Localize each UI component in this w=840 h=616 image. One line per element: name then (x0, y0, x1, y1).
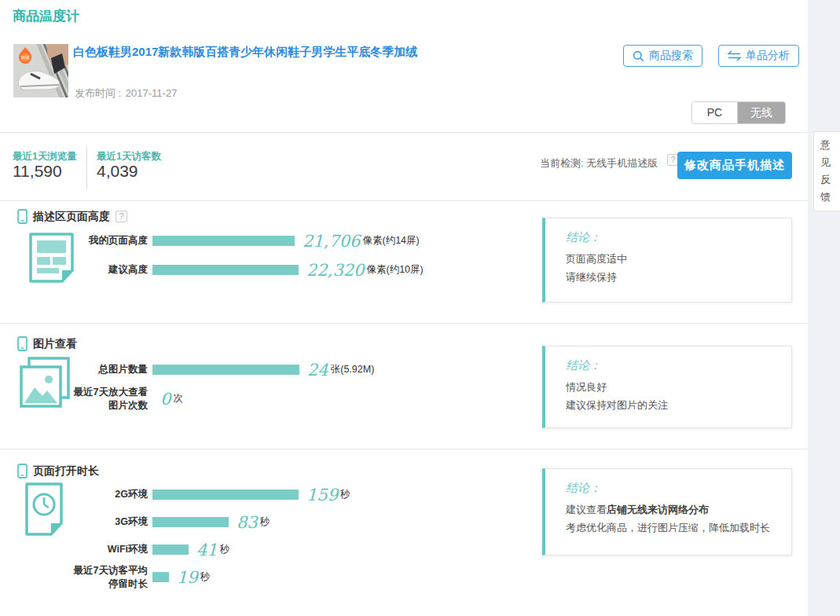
conclusion-box: 结论： 页面高度适中 请继续保持 (542, 218, 792, 302)
bar-label: 最近7天访客平均停留时长 (68, 564, 148, 591)
bar-value: 24 (307, 361, 328, 380)
bar-unit: 秒 (200, 570, 211, 584)
page-title: 商品温度计 (13, 7, 79, 25)
badge-text: 加绒 (21, 55, 31, 60)
conclusion-line: 考虑优化商品，进行图片压缩，降低加载时长 (566, 519, 776, 537)
phone-icon (17, 464, 28, 478)
section-title: 页面打开时长 (33, 464, 99, 478)
conclusion-text: 建议查看 (566, 504, 607, 515)
toggle-pc[interactable]: PC (692, 102, 738, 123)
conclusion-box: 结论： 情况良好 建议保持对图片的关注 (542, 346, 792, 428)
bar-row: 3G环境 83 秒 (68, 508, 484, 536)
conclusion-line: 建议查看店铺无线来访网络分布 (566, 501, 776, 519)
product-title-link[interactable]: 白色板鞋男2017新款韩版百搭青少年休闲鞋子男学生平底冬季加绒 (73, 44, 501, 60)
single-item-analysis-label: 单品分析 (746, 49, 790, 63)
bar-value: 22,320 (306, 261, 364, 280)
phone-icon (17, 209, 28, 224)
views-value: 11,590 (13, 162, 62, 181)
bar (152, 544, 189, 555)
product-search-label: 商品搜索 (649, 49, 693, 63)
bar-unit: 次 (173, 392, 183, 405)
bar-value: 41 (196, 541, 218, 559)
bar-value: 159 (306, 486, 338, 504)
divider (0, 200, 808, 201)
conclusion-line: 情况良好 (566, 379, 776, 397)
publish-label: 发布时间 : (75, 87, 121, 99)
bar-value: 21,706 (303, 232, 360, 251)
bar-unit: 像素(约10屏) (366, 263, 423, 277)
bar-label: 最近7天放大查看图片次数 (68, 386, 148, 412)
section-page-height-header: 描述区页面高度 ? (17, 209, 127, 224)
bar-value: 19 (177, 568, 198, 587)
bar (152, 236, 295, 246)
section-load-time-header: 页面打开时长 (17, 464, 99, 478)
bar-row: 2G环境 159 秒 (68, 481, 484, 508)
conclusion-line: 建议保持对图片的关注 (566, 397, 776, 415)
bar (152, 490, 299, 500)
bar (152, 572, 169, 582)
bar (152, 365, 299, 375)
image-view-bars: 总图片数量 24 张(5.92M) 最近7天放大查看图片次数 0 次 (68, 355, 484, 413)
bar-value: 0 (160, 390, 171, 409)
bar-unit: 张(5.92M) (331, 363, 375, 376)
section-title: 图片查看 (33, 337, 77, 351)
divider (0, 449, 808, 449)
bar-label: 我的页面高度 (68, 234, 148, 248)
bar-value: 83 (237, 513, 258, 532)
single-item-analysis-button[interactable]: 单品分析 (718, 45, 799, 67)
stat-divider (86, 147, 87, 189)
product-photo: 加绒 (13, 44, 68, 97)
bar-row: WiFi环境 41 秒 (68, 536, 484, 563)
bar-row: 建议高度 22,320 像素(约10屏) (68, 255, 484, 284)
bar (152, 517, 229, 527)
divider (0, 323, 808, 324)
product-thumbnail[interactable]: 加绒 (13, 44, 68, 97)
bar-label: 建议高度 (68, 263, 148, 277)
toggle-wireless[interactable]: 无线 (738, 102, 785, 123)
bar-label: WiFi环境 (68, 543, 148, 556)
bar-unit: 像素(约14屏) (362, 234, 419, 248)
publish-time: 发布时间 : 2017-11-27 (73, 86, 177, 101)
conclusion-line: 页面高度适中 (566, 251, 776, 269)
compare-arrows-icon (728, 50, 741, 61)
bar-label: 2G环境 (68, 488, 148, 501)
bar-unit: 秒 (260, 515, 270, 529)
load-time-bars: 2G环境 159 秒 3G环境 83 秒 WiFi环境 41 秒 最近7天访客平… (68, 481, 484, 591)
conclusion-bold-text: 店铺无线来访网络分布 (607, 504, 709, 515)
product-search-button[interactable]: 商品搜索 (623, 45, 702, 67)
right-gutter (808, 0, 840, 616)
bar-unit: 秒 (220, 543, 230, 556)
bar-unit: 秒 (340, 488, 350, 501)
bar-row: 我的页面高度 21,706 像素(约14屏) (68, 226, 484, 255)
visitors-value: 4,039 (97, 162, 138, 181)
bar-row: 最近7天访客平均停留时长 19 秒 (68, 563, 484, 591)
detection-status: 当前检测: 无线手机描述版 (540, 156, 658, 170)
bar (152, 265, 299, 275)
conclusion-title: 结论： (566, 230, 776, 245)
section-image-view-header: 图片查看 (17, 336, 77, 351)
conclusion-line: 请继续保持 (566, 269, 776, 287)
bar-row: 最近7天放大查看图片次数 0 次 (68, 384, 484, 413)
edit-mobile-description-button[interactable]: 修改商品手机描述 (677, 152, 792, 179)
search-icon (633, 50, 644, 62)
header-actions: 商品搜索 单品分析 (623, 45, 799, 67)
conclusion-box: 结论： 建议查看店铺无线来访网络分布 考虑优化商品，进行图片压缩，降低加载时长 (542, 468, 792, 556)
divider (0, 132, 808, 133)
page-height-bars: 我的页面高度 21,706 像素(约14屏) 建议高度 22,320 像素(约1… (68, 226, 484, 284)
publish-date: 2017-11-27 (126, 87, 178, 99)
platform-toggle: PC 无线 (691, 101, 786, 124)
phone-icon (17, 336, 28, 351)
section-title: 描述区页面高度 (33, 210, 110, 224)
clock-page-icon (24, 482, 64, 536)
conclusion-title: 结论： (566, 358, 776, 373)
conclusion-title: 结论： (566, 481, 776, 496)
feedback-tab[interactable]: 意见反馈 (813, 131, 840, 211)
images-icon (19, 357, 71, 412)
bar-row: 总图片数量 24 张(5.92M) (68, 355, 484, 384)
bar-label: 总图片数量 (68, 363, 148, 376)
help-icon[interactable]: ? (116, 211, 127, 222)
bar-label: 3G环境 (68, 515, 148, 529)
